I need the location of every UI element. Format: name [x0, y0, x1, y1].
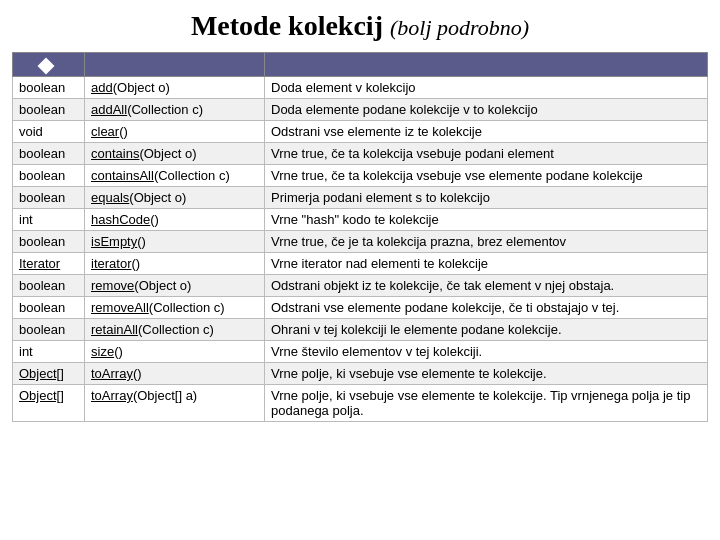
col-description: [265, 53, 708, 77]
page-container: Metode kolekcij (bolj podrobno) booleana…: [0, 0, 720, 432]
cell-return-type: boolean: [13, 143, 85, 165]
cell-return-type: boolean: [13, 165, 85, 187]
cell-method-name[interactable]: remove(Object o): [85, 275, 265, 297]
cell-method-name[interactable]: addAll(Collection c): [85, 99, 265, 121]
col-method: [85, 53, 265, 77]
table-row: booleanadd(Object o)Doda element v kolek…: [13, 77, 708, 99]
table-row: booleancontainsAll(Collection c)Vrne tru…: [13, 165, 708, 187]
cell-description: Vrne iterator nad elementi te kolekcije: [265, 253, 708, 275]
cell-description: Vrne true, če je ta kolekcija prazna, br…: [265, 231, 708, 253]
cell-return-type: boolean: [13, 319, 85, 341]
cell-method-name[interactable]: containsAll(Collection c): [85, 165, 265, 187]
cell-method-name[interactable]: add(Object o): [85, 77, 265, 99]
cell-description: Vrne true, če ta kolekcija vsebuje vse e…: [265, 165, 708, 187]
cell-method-name[interactable]: removeAll(Collection c): [85, 297, 265, 319]
cell-method-name[interactable]: hashCode(): [85, 209, 265, 231]
cell-method-name[interactable]: contains(Object o): [85, 143, 265, 165]
cell-description: Primerja podani element s to kolekcijo: [265, 187, 708, 209]
title-area: Metode kolekcij (bolj podrobno): [12, 10, 708, 42]
col-return-type: [13, 53, 85, 77]
cell-description: Vrne polje, ki vsebuje vse elemente te k…: [265, 385, 708, 422]
cell-return-type: boolean: [13, 275, 85, 297]
cell-description: Doda elemente podane kolekcije v to kole…: [265, 99, 708, 121]
methods-table: booleanadd(Object o)Doda element v kolek…: [12, 52, 708, 422]
cell-return-type: boolean: [13, 77, 85, 99]
table-row: inthashCode()Vrne "hash" kodo te kolekci…: [13, 209, 708, 231]
cell-return-type: void: [13, 121, 85, 143]
cell-description: Vrne polje, ki vsebuje vse elemente te k…: [265, 363, 708, 385]
table-row: booleancontains(Object o)Vrne true, če t…: [13, 143, 708, 165]
cell-method-name[interactable]: isEmpty(): [85, 231, 265, 253]
cell-method-name[interactable]: size(): [85, 341, 265, 363]
cell-description: Odstrani objekt iz te kolekcije, če tak …: [265, 275, 708, 297]
cell-return-type: boolean: [13, 187, 85, 209]
cell-method-name[interactable]: clear(): [85, 121, 265, 143]
table-header-row: [13, 53, 708, 77]
cell-return-type: boolean: [13, 99, 85, 121]
cell-method-name[interactable]: toArray(): [85, 363, 265, 385]
page-title: Metode kolekcij (bolj podrobno): [12, 10, 708, 42]
cell-method-name[interactable]: retainAll(Collection c): [85, 319, 265, 341]
table-body: booleanadd(Object o)Doda element v kolek…: [13, 77, 708, 422]
table-row: booleanisEmpty()Vrne true, če je ta kole…: [13, 231, 708, 253]
cell-method-name[interactable]: equals(Object o): [85, 187, 265, 209]
cell-return-type: boolean: [13, 231, 85, 253]
cell-description: Odstrani vse elemente iz te kolekcije: [265, 121, 708, 143]
table-row: Object[]toArray()Vrne polje, ki vsebuje …: [13, 363, 708, 385]
table-row: booleanremove(Object o)Odstrani objekt i…: [13, 275, 708, 297]
cell-description: Odstrani vse elemente podane kolekcije, …: [265, 297, 708, 319]
cell-return-type: boolean: [13, 297, 85, 319]
cell-return-type: int: [13, 341, 85, 363]
cell-return-type: Iterator: [13, 253, 85, 275]
cell-description: Ohrani v tej kolekciji le elemente podan…: [265, 319, 708, 341]
table-row: Iteratoriterator()Vrne iterator nad elem…: [13, 253, 708, 275]
table-row: booleanaddAll(Collection c)Doda elemente…: [13, 99, 708, 121]
cell-return-type: Object[]: [13, 385, 85, 422]
cell-return-type: Object[]: [13, 363, 85, 385]
table-row: booleanequals(Object o)Primerja podani e…: [13, 187, 708, 209]
cell-method-name[interactable]: toArray(Object[] a): [85, 385, 265, 422]
cell-description: Vrne "hash" kodo te kolekcije: [265, 209, 708, 231]
cell-method-name[interactable]: iterator(): [85, 253, 265, 275]
table-row: voidclear()Odstrani vse elemente iz te k…: [13, 121, 708, 143]
cell-return-type: int: [13, 209, 85, 231]
table-row: intsize()Vrne število elementov v tej ko…: [13, 341, 708, 363]
table-row: booleanremoveAll(Collection c)Odstrani v…: [13, 297, 708, 319]
table-row: booleanretainAll(Collection c)Ohrani v t…: [13, 319, 708, 341]
cell-description: Vrne število elementov v tej kolekciji.: [265, 341, 708, 363]
cell-description: Doda element v kolekcijo: [265, 77, 708, 99]
table-row: Object[]toArray(Object[] a)Vrne polje, k…: [13, 385, 708, 422]
cell-description: Vrne true, če ta kolekcija vsebuje podan…: [265, 143, 708, 165]
